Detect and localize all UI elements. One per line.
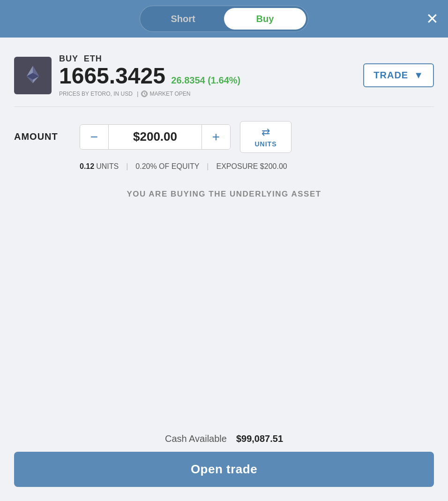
eth-logo bbox=[22, 65, 43, 86]
increase-button[interactable]: + bbox=[202, 125, 230, 149]
main-content: BUY ETH 1665.3425 26.8354 (1.64%) PRICES… bbox=[0, 38, 448, 501]
amount-section: AMOUNT − + ⇄ UNITS bbox=[14, 121, 434, 153]
units-toggle-button[interactable]: ⇄ UNITS bbox=[240, 121, 291, 153]
close-button[interactable]: ✕ bbox=[426, 11, 439, 26]
price-meta: PRICES BY ETORO, IN USD | MARKET OPEN bbox=[59, 91, 240, 97]
price-change: 26.8354 (1.64%) bbox=[171, 75, 240, 85]
units-label: UNITS bbox=[255, 140, 277, 148]
amount-meta: 0.12 UNITS | 0.20% OF EQUITY | EXPOSURE … bbox=[80, 162, 434, 171]
svg-line-7 bbox=[144, 94, 146, 95]
dropdown-arrow-icon: ▼ bbox=[414, 70, 424, 81]
cash-value: $99,087.51 bbox=[236, 433, 283, 444]
asset-row: BUY ETH 1665.3425 26.8354 (1.64%) PRICES… bbox=[14, 47, 434, 107]
units-swap-icon: ⇄ bbox=[261, 126, 270, 138]
short-button[interactable]: Short bbox=[142, 8, 224, 30]
clock-icon bbox=[141, 91, 148, 97]
decrease-button[interactable]: − bbox=[80, 125, 108, 149]
asset-info: BUY ETH 1665.3425 26.8354 (1.64%) PRICES… bbox=[14, 54, 240, 97]
buy-button[interactable]: Buy bbox=[224, 8, 306, 30]
asset-icon bbox=[14, 57, 52, 94]
amount-label: AMOUNT bbox=[14, 131, 70, 142]
amount-control: − + bbox=[80, 124, 231, 150]
header: Short Buy ✕ bbox=[0, 0, 448, 38]
price-row: 1665.3425 26.8354 (1.64%) bbox=[59, 64, 240, 89]
price-value: 1665.3425 bbox=[59, 63, 165, 88]
underlying-message: YOU ARE BUYING THE UNDERLYING ASSET bbox=[14, 190, 434, 199]
trade-dropdown[interactable]: TRADE ▼ bbox=[363, 63, 434, 87]
asset-details: BUY ETH 1665.3425 26.8354 (1.64%) PRICES… bbox=[59, 54, 240, 97]
toggle-container: Short Buy bbox=[140, 6, 308, 32]
amount-input[interactable] bbox=[108, 125, 202, 149]
footer: Cash Available $99,087.51 Open trade bbox=[0, 424, 448, 501]
action-label: BUY ETH bbox=[59, 54, 240, 64]
open-trade-button[interactable]: Open trade bbox=[14, 452, 434, 487]
cash-available: Cash Available $99,087.51 bbox=[14, 433, 434, 444]
main-panel: BUY ETH 1665.3425 26.8354 (1.64%) PRICES… bbox=[0, 38, 448, 501]
market-open: MARKET OPEN bbox=[141, 91, 190, 97]
